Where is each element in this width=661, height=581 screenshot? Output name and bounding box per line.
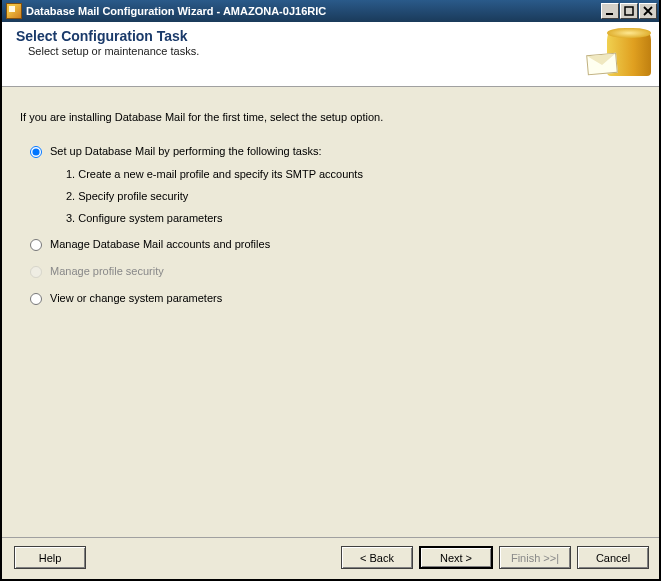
setup-step-3: 3. Configure system parameters [66, 212, 647, 224]
maximize-button[interactable] [620, 3, 638, 19]
close-button[interactable] [639, 3, 657, 19]
option-manage-accounts[interactable]: Manage Database Mail accounts and profil… [30, 238, 647, 251]
content-area: If you are installing Database Mail for … [2, 87, 659, 537]
database-mail-icon [591, 28, 651, 78]
header: Select Configuration Task Select setup o… [2, 22, 659, 87]
option-manage-accounts-label: Manage Database Mail accounts and profil… [50, 238, 270, 250]
setup-step-1: 1. Create a new e-mail profile and speci… [66, 168, 647, 180]
titlebar[interactable]: Database Mail Configuration Wizard - AMA… [2, 0, 659, 22]
footer: Help < Back Next > Finish >>| Cancel [2, 537, 659, 579]
option-view-params[interactable]: View or change system parameters [30, 292, 647, 305]
help-button[interactable]: Help [14, 546, 86, 569]
next-button[interactable]: Next > [419, 546, 493, 569]
radio-view-params[interactable] [30, 293, 42, 305]
option-manage-security: Manage profile security [30, 265, 647, 278]
radio-setup[interactable] [30, 146, 42, 158]
setup-step-2: 2. Specify profile security [66, 190, 647, 202]
page-title: Select Configuration Task [16, 28, 583, 44]
intro-text: If you are installing Database Mail for … [20, 111, 647, 123]
cancel-button[interactable]: Cancel [577, 546, 649, 569]
window-controls [600, 3, 657, 19]
radio-manage-security [30, 266, 42, 278]
window-title: Database Mail Configuration Wizard - AMA… [26, 5, 600, 17]
back-button[interactable]: < Back [341, 546, 413, 569]
options-group: Set up Database Mail by performing the f… [20, 145, 647, 305]
svg-rect-1 [625, 7, 633, 15]
wizard-window: Database Mail Configuration Wizard - AMA… [0, 0, 661, 581]
page-subtitle: Select setup or maintenance tasks. [16, 45, 583, 57]
svg-rect-0 [606, 13, 613, 15]
option-setup-label: Set up Database Mail by performing the f… [50, 145, 321, 157]
option-setup[interactable]: Set up Database Mail by performing the f… [30, 145, 647, 158]
finish-button: Finish >>| [499, 546, 571, 569]
app-icon [6, 3, 22, 19]
radio-manage-accounts[interactable] [30, 239, 42, 251]
minimize-button[interactable] [601, 3, 619, 19]
setup-steps: 1. Create a new e-mail profile and speci… [30, 168, 647, 224]
option-manage-security-label: Manage profile security [50, 265, 164, 277]
option-view-params-label: View or change system parameters [50, 292, 222, 304]
